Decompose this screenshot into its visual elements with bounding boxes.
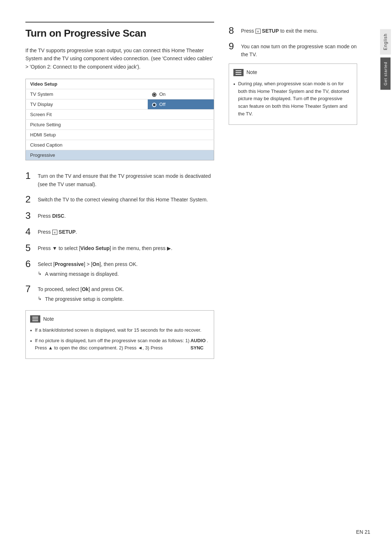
step-2: 2 Switch the TV to the correct viewing c… <box>25 194 214 205</box>
sidebar-english-label: English <box>380 29 391 54</box>
table-cell-label: Picture Setting <box>26 120 148 130</box>
note-icon-line <box>32 317 38 318</box>
table-cell-value: On <box>148 89 214 99</box>
table-row: TV System On <box>26 89 214 99</box>
step-number-3: 3 <box>25 210 38 221</box>
step-9: 9 You can now turn on the progressive sc… <box>229 41 357 59</box>
step-number-8: 8 <box>229 25 241 36</box>
step-4: 4 Press ≡ SETUP. <box>25 226 214 237</box>
note-icon-line <box>236 72 241 73</box>
note-icon-line <box>32 319 38 319</box>
radio-off-icon <box>152 103 156 107</box>
note-icon-line <box>236 74 241 75</box>
step-content-2: Switch the TV to the correct viewing cha… <box>38 194 208 204</box>
step-6: 6 Select [Progressive] > [On], then pres… <box>25 259 214 278</box>
step-6-subnote: ↳ A warning message is displayed. <box>38 270 138 278</box>
setup-button-icon-2: ≡ <box>256 29 261 34</box>
step-content-3: Press DISC. <box>38 210 66 220</box>
step-number-9: 9 <box>229 41 241 52</box>
step-content-6: Select [Progressive] > [On], then press … <box>38 259 138 278</box>
note-box-left: Note If a blank/distorted screen is disp… <box>25 310 214 359</box>
note-title-right: Note <box>246 68 257 76</box>
table-cell-label: Progressive <box>26 150 148 160</box>
note-bullet-2: If no picture is displayed, turn off the… <box>30 337 208 352</box>
note-header-left: Note <box>30 315 208 323</box>
step-content-9: You can now turn on the progressive scan… <box>241 41 357 59</box>
step-content-4: Press ≡ SETUP. <box>38 226 77 236</box>
step-number-5: 5 <box>25 243 38 253</box>
note-header-right: Note <box>233 68 351 76</box>
table-row: Picture Setting <box>26 120 214 130</box>
note-icon-line <box>32 320 38 321</box>
table-cell-label: TV System <box>26 89 148 99</box>
note-icon-right <box>233 69 244 76</box>
page-title: Turn on Progressive Scan <box>25 22 214 39</box>
note-icon-lines <box>32 317 38 321</box>
note-box-right: Note During play, when progressive scan … <box>229 64 357 124</box>
left-column: Turn on Progressive Scan If the TV suppo… <box>25 22 214 362</box>
sidebar-tab: English Get started <box>379 0 392 553</box>
page-number: EN 21 <box>356 529 370 535</box>
table-cell-label: Closed Caption <box>26 140 148 150</box>
table-cell-label: Screen Fit <box>26 110 148 120</box>
step-number-7: 7 <box>25 284 38 294</box>
table-header: Video Setup <box>26 79 214 89</box>
table-cell-label: TV Display <box>26 99 148 110</box>
step-content-7: To proceed, select [Ok] and press OK. ↳ … <box>38 284 124 303</box>
note-icon-lines-right <box>236 70 241 75</box>
table-cell-value: Off <box>148 99 214 110</box>
right-column: 8 Press ≡ SETUP to exit the menu. 9 You … <box>229 22 357 362</box>
step-1: 1 Turn on the TV and ensure that the TV … <box>25 171 214 188</box>
table-row: TV Display Off <box>26 99 214 110</box>
step-5: 5 Press ▼ to select [Video Setup] in the… <box>25 243 214 253</box>
note-icon-left <box>30 315 40 323</box>
intro-paragraph: If the TV supports progressive scan outp… <box>25 46 214 71</box>
step-content-1: Turn on the TV and ensure that the TV pr… <box>38 171 214 188</box>
sidebar-get-started-label: Get started <box>380 57 391 90</box>
note-title-left: Note <box>43 315 54 323</box>
step-content-8: Press ≡ SETUP to exit the menu. <box>241 25 318 35</box>
steps-list-left: 1 Turn on the TV and ensure that the TV … <box>25 171 214 303</box>
video-setup-table: Video Setup TV System On TV Display Off <box>25 79 214 160</box>
step-7-subnote: ↳ The progressive setup is complete. <box>38 295 124 303</box>
step-number-1: 1 <box>25 171 38 181</box>
note-bullet-right-1: During play, when progressive scan mode … <box>233 80 351 118</box>
table-cell-label: HDMI Setup <box>26 130 148 140</box>
step-number-2: 2 <box>25 194 38 205</box>
setup-button-icon: ≡ <box>52 230 57 235</box>
table-row-highlighted: Progressive <box>26 150 214 160</box>
step-number-4: 4 <box>25 226 38 237</box>
note-bullet-1: If a blank/distorted screen is displayed… <box>30 327 208 335</box>
table-row: Screen Fit <box>26 110 214 120</box>
arrow-icon: ↳ <box>38 270 43 278</box>
table-row: HDMI Setup <box>26 130 214 140</box>
step-number-6: 6 <box>25 259 38 269</box>
note-icon-line <box>236 70 241 71</box>
step-8: 8 Press ≡ SETUP to exit the menu. <box>229 25 357 36</box>
radio-on-icon <box>152 93 156 97</box>
step-content-5: Press ▼ to select [Video Setup] in the m… <box>38 243 172 252</box>
step-7: 7 To proceed, select [Ok] and press OK. … <box>25 284 214 303</box>
table-row: Closed Caption <box>26 140 214 150</box>
step-3: 3 Press DISC. <box>25 210 214 221</box>
arrow-icon-2: ↳ <box>38 295 43 303</box>
